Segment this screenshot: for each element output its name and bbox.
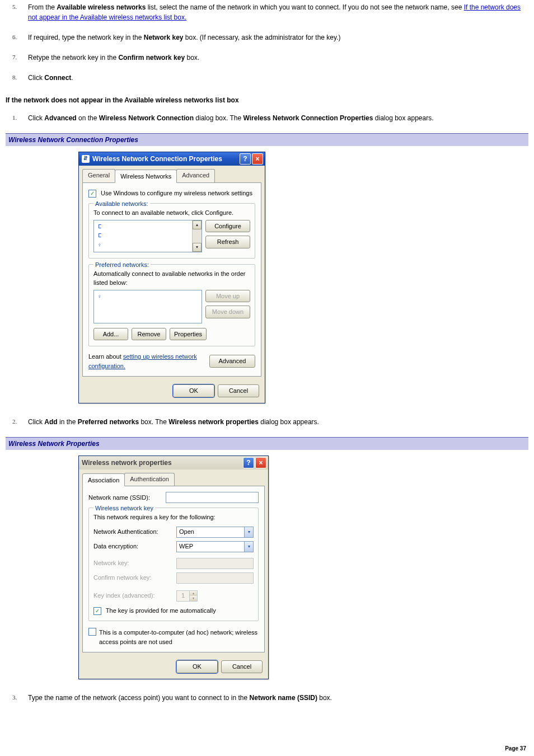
notappear-step-1: Click Advanced on the Wireless Network C… <box>28 113 528 123</box>
antenna-icon: ⵎ <box>96 223 103 229</box>
preferred-networks-hint: Automatically connect to available netwo… <box>93 269 250 288</box>
adhoc-checkbox[interactable]: ✓ <box>88 628 96 636</box>
cancel-button[interactable]: Cancel <box>221 660 263 673</box>
notappear-step-3: Type the name of the network (access poi… <box>28 693 528 703</box>
configure-button[interactable]: Configure <box>205 220 250 233</box>
auto-key-checkbox[interactable]: ✓ <box>93 607 101 615</box>
scroll-up-icon[interactable]: ▴ <box>193 220 202 229</box>
antenna-icon: ♀ <box>96 241 103 248</box>
cancel-button[interactable]: Cancel <box>218 384 259 397</box>
add-button[interactable]: Add... <box>93 328 128 341</box>
heading-not-appear: If the network does not appear in the Av… <box>6 95 528 105</box>
available-networks-list[interactable]: ⵎ ⵎ ♀ ▴ ▾ <box>93 220 202 252</box>
ssid-input[interactable] <box>166 492 259 503</box>
auto-key-label: The key is provided for me automatically <box>106 607 216 614</box>
list-item[interactable]: ♀ <box>96 240 190 250</box>
list-item[interactable]: ⵎ <box>96 231 190 240</box>
adhoc-label: This is a computer-to-computer (ad hoc) … <box>99 628 259 646</box>
dlg2-titlebar[interactable]: Wireless network properties ? × <box>79 456 268 469</box>
step-5: From the Available wireless networks lis… <box>28 2 528 22</box>
help-button[interactable]: ? <box>240 153 251 165</box>
data-encryption-label: Data encryption: <box>93 542 172 551</box>
dlg-wnp: Wireless network properties ? × Associat… <box>78 456 269 679</box>
figure-caption-2: Wireless Network Properties <box>6 437 528 450</box>
network-key-label: Network key: <box>93 558 172 568</box>
advanced-button[interactable]: Advanced <box>209 355 255 368</box>
dlg-wncp: ⇵ Wireless Network Connection Properties… <box>78 152 265 403</box>
data-encryption-combo[interactable]: WEP ▾ <box>176 541 254 552</box>
available-networks-title: Available networks: <box>93 199 150 209</box>
list-item[interactable]: ⵎ <box>96 222 190 231</box>
dlg1-titlebar[interactable]: ⇵ Wireless Network Connection Properties… <box>79 152 265 166</box>
step-8: Click Connect. <box>28 73 528 83</box>
tab-association[interactable]: Association <box>82 473 125 487</box>
use-windows-checkbox[interactable]: ✓ <box>88 190 96 198</box>
group-available-networks: Available networks: To connect to an ava… <box>88 203 255 259</box>
move-up-button[interactable]: Move up <box>205 290 250 303</box>
tab-general[interactable]: General <box>82 169 115 182</box>
group-wireless-key: Wireless network key This network requir… <box>88 508 259 621</box>
dlg1-title: Wireless Network Connection Properties <box>92 154 238 164</box>
key-index-value: 1 <box>177 591 189 601</box>
wireless-key-hint: This network requires a key for the foll… <box>93 513 254 522</box>
ok-button[interactable]: OK <box>176 660 218 673</box>
network-icon: ⇵ <box>82 155 90 163</box>
key-index-spinner: 1 ▴ ▾ <box>176 590 198 602</box>
available-networks-hint: To connect to an available network, clic… <box>93 208 250 218</box>
network-auth-value: Open <box>177 527 244 537</box>
figure-caption-1: Wireless Network Connection Properties <box>6 133 528 146</box>
spinner-down-icon: ▾ <box>190 596 197 601</box>
ok-button[interactable]: OK <box>173 384 214 397</box>
antenna-icon: ⵎ <box>96 232 103 239</box>
wireless-key-title: Wireless network key <box>93 504 155 513</box>
ssid-label: Network name (SSID): <box>88 493 161 503</box>
close-button[interactable]: × <box>255 457 266 468</box>
close-button[interactable]: × <box>252 153 263 165</box>
tab-wireless-networks[interactable]: Wireless Networks <box>115 170 177 183</box>
preferred-networks-list[interactable]: ♀ <box>93 290 202 323</box>
refresh-button[interactable]: Refresh <box>205 236 250 248</box>
scrollbar[interactable]: ▴ ▾ <box>192 220 202 252</box>
chevron-down-icon[interactable]: ▾ <box>244 527 253 537</box>
step-6: If required, type the network key in the… <box>28 32 528 43</box>
help-button[interactable]: ? <box>243 457 254 468</box>
group-preferred-networks: Preferred networks: Automatically connec… <box>88 264 255 347</box>
remove-button[interactable]: Remove <box>132 328 166 341</box>
dlg2-title: Wireless network properties <box>82 458 242 468</box>
properties-button[interactable]: Properties <box>170 328 207 341</box>
list-item[interactable]: ♀ <box>96 292 199 301</box>
move-down-button[interactable]: Move down <box>205 306 250 318</box>
notappear-step-2: Click Add in the Preferred networks box.… <box>28 417 528 427</box>
data-encryption-value: WEP <box>177 542 244 551</box>
chevron-down-icon[interactable]: ▾ <box>244 542 253 552</box>
learn-about-text: Learn about setting up wireless network … <box>88 352 209 370</box>
step-7: Retype the network key in the Confirm ne… <box>28 53 528 63</box>
dlg2-pane: Network name (SSID): Wireless network ke… <box>82 486 265 652</box>
antenna-icon: ♀ <box>96 293 103 299</box>
network-key-input <box>176 558 254 569</box>
scroll-down-icon[interactable]: ▾ <box>193 243 202 252</box>
confirm-network-key-label: Confirm network key: <box>93 573 172 583</box>
network-auth-combo[interactable]: Open ▾ <box>176 527 254 538</box>
tab-authentication[interactable]: Authentication <box>124 473 175 486</box>
dlg1-pane: ✓ Use Windows to configure my wireless n… <box>82 182 261 377</box>
spinner-up-icon: ▴ <box>190 591 197 596</box>
use-windows-label: Use Windows to configure my wireless net… <box>101 190 252 196</box>
tab-advanced[interactable]: Advanced <box>176 169 215 182</box>
network-auth-label: Network Authentication: <box>93 527 172 537</box>
preferred-networks-title: Preferred networks: <box>93 260 151 270</box>
key-index-label: Key index (advanced): <box>93 591 172 600</box>
confirm-network-key-input <box>176 572 254 584</box>
steps-list-first: From the Available wireless networks lis… <box>6 2 528 83</box>
